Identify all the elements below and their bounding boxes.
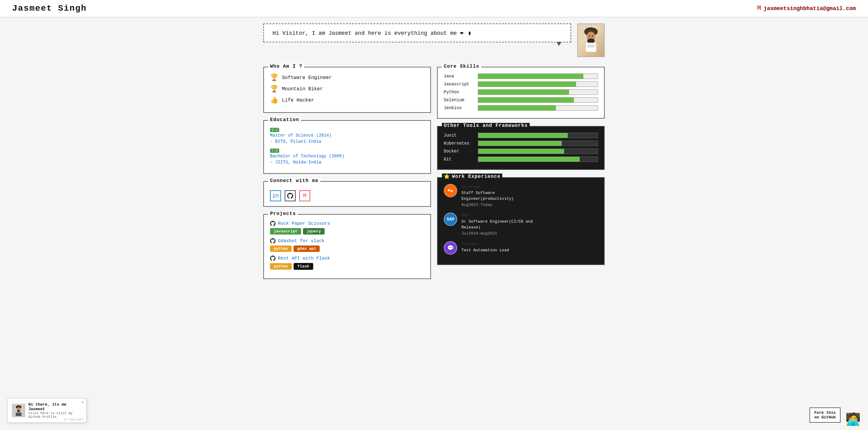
- who-emoji: 👍: [270, 96, 278, 104]
- work-company: SAP: [461, 212, 533, 219]
- work-item: 💬 TextNow Test Automation Lead: [444, 241, 598, 255]
- skill-label: Jenkins: [444, 106, 474, 110]
- work-experience-title-label: ⭐ Work Experience: [442, 174, 502, 180]
- work-role: Staff SoftwareEngineer(productivity): [461, 190, 514, 202]
- connect-icons: in M: [270, 190, 424, 201]
- tool-bar-container: [478, 148, 598, 154]
- linkedin-icon[interactable]: in: [270, 190, 281, 201]
- project-link[interactable]: Rest API with Flask: [270, 256, 424, 261]
- education-card: Education 9.2Master of Science (2014)- B…: [263, 120, 431, 174]
- work-star: ⭐: [444, 174, 450, 180]
- sap-logo: SAP: [444, 212, 457, 226]
- tool-bar-container: [478, 156, 598, 162]
- edu-badge: 9.2: [270, 128, 279, 132]
- core-skills-items: JavaJavascriptPythonSeleniumJenkins: [444, 74, 598, 111]
- project-tags: pythonflask: [270, 263, 424, 270]
- connect-card: Connect with me in M: [263, 181, 431, 207]
- who-item: 👍Life Hacker: [270, 96, 424, 104]
- who-item: 🏆Mountain Biker: [270, 85, 424, 93]
- who-am-i-items: 🏆Software Engineer🏆Mountain Biker👍Life H…: [270, 74, 424, 104]
- tool-bar-container: [478, 141, 598, 146]
- work-text: SAP Sr Software Engineer(CI/CD andReleas…: [461, 212, 533, 236]
- intro-bubble: Hi Visitor, I am Jasmeet and here is eve…: [263, 24, 571, 42]
- avatar-svg: [580, 25, 601, 56]
- who-am-i-card: Who Am I ? 🏆Software Engineer🏆Mountain B…: [263, 67, 431, 113]
- skill-bar-container: [478, 97, 598, 103]
- skill-bar-fill: [478, 106, 556, 110]
- tool-skill-label: Kubernetes: [444, 141, 474, 146]
- left-column: Who Am I ? 🏆Software Engineer🏆Mountain B…: [263, 64, 431, 279]
- project-tag: flask: [293, 263, 313, 270]
- projects-card: Projects Rock Paper Scissors javascriptj…: [263, 214, 431, 279]
- work-text: TextNow Test Automation Lead: [461, 241, 509, 253]
- project-name: Rest API with Flask: [278, 256, 330, 261]
- github-project-icon: [270, 256, 276, 261]
- project-link[interactable]: Rock Paper Scissors: [270, 221, 424, 226]
- notif-avatar-svg: [12, 404, 25, 417]
- tool-skill-row: Docker: [444, 148, 598, 154]
- notif-subtitle: Click here to visit my Github Profile: [28, 411, 82, 419]
- fork-line2: on GitHub: [814, 415, 836, 420]
- tool-bar-fill: [478, 141, 562, 146]
- edu-badge: 7.5: [270, 148, 279, 153]
- intro-heart: ❤: [460, 30, 464, 36]
- connect-title: Connect with me: [268, 178, 320, 183]
- other-tools-items: JunitKubernetesDockerGit: [444, 133, 598, 162]
- email-icon: M: [757, 5, 761, 12]
- svg-point-3: [587, 38, 595, 43]
- other-tools-card: Other Tools and Frameworks JunitKubernet…: [437, 126, 605, 170]
- skill-bar-container: [478, 89, 598, 95]
- projects-items: Rock Paper Scissors javascriptjquery Gda…: [270, 221, 424, 270]
- work-items: Netskope Staff SoftwareEngineer(producti…: [444, 184, 598, 255]
- project-tag: gdax api: [293, 246, 320, 252]
- skill-row: Javascript: [444, 81, 598, 87]
- avatar: [577, 24, 605, 57]
- skill-bar-container: [478, 74, 598, 79]
- work-company: TextNow: [461, 241, 509, 247]
- tool-skill-row: Kubernetes: [444, 141, 598, 146]
- skill-bar-fill: [478, 90, 569, 94]
- notification-popup[interactable]: Hi there, its me Jasmeet Click here to v…: [7, 398, 87, 423]
- who-am-i-title: Who Am I ?: [268, 64, 304, 69]
- project-name: Gdaxbot for slack: [278, 238, 324, 243]
- intro-text: Hi Visitor, I am Jasmeet and here is eve…: [273, 30, 457, 36]
- gmail-icon[interactable]: M: [299, 190, 310, 201]
- project-link[interactable]: Gdaxbot for slack: [270, 238, 424, 243]
- avatar-image: [578, 24, 604, 56]
- skill-label: Java: [444, 74, 474, 79]
- project-tags: javascriptjquery: [270, 228, 424, 234]
- project-tags: pythongdax api: [270, 246, 424, 252]
- project-item: Rock Paper Scissors javascriptjquery: [270, 221, 424, 234]
- notif-close-button[interactable]: ✕: [82, 400, 84, 405]
- github-icon[interactable]: [285, 190, 296, 201]
- work-role: Sr Software Engineer(CI/CD andRelease): [461, 219, 533, 231]
- svg-point-13: [17, 410, 20, 412]
- tool-skill-label: Junit: [444, 133, 474, 138]
- core-skills-title: Core Skills: [442, 64, 481, 69]
- main-container: Hi Visitor, I am Jasmeet and here is eve…: [251, 18, 617, 285]
- skill-bar-fill: [478, 97, 574, 103]
- svg-point-10: [452, 190, 453, 192]
- work-company: Netskope: [461, 184, 514, 190]
- education-item: 9.2Master of Science (2014)- BITS, Pilan…: [270, 127, 424, 145]
- tool-skill-label: Docker: [444, 149, 474, 154]
- skill-bar-container: [478, 81, 598, 87]
- header-email[interactable]: M jasmeetsinghbhatia@gmail.com: [757, 5, 856, 12]
- notif-title: Hi there, its me Jasmeet: [28, 402, 82, 411]
- email-link[interactable]: jasmeetsinghbhatia@gmail.com: [764, 5, 856, 11]
- svg-point-4: [589, 35, 590, 37]
- skill-bar-fill: [478, 82, 576, 87]
- skill-label: Javascript: [444, 82, 474, 87]
- skill-row: Selenium: [444, 97, 598, 103]
- fork-button[interactable]: Fork this on GitHub: [809, 407, 841, 423]
- education-title: Education: [268, 117, 301, 123]
- work-period: Jul2019-Aug2021: [461, 231, 533, 237]
- project-name: Rock Paper Scissors: [278, 221, 330, 226]
- notif-brand: by highlight: [64, 418, 84, 421]
- textnow-logo: 💬: [444, 241, 457, 255]
- tool-skill-label: Git: [444, 157, 474, 162]
- github-svg: [287, 193, 293, 199]
- tool-bar-fill: [478, 133, 568, 138]
- work-role: Test Automation Lead: [461, 247, 509, 253]
- notif-avatar: [12, 404, 25, 417]
